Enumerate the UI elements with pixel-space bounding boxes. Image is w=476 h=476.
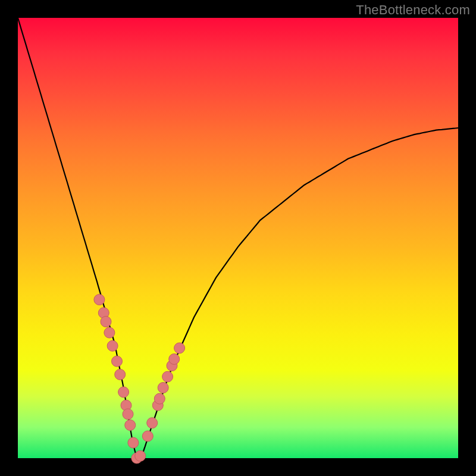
marker-point — [169, 354, 180, 365]
marker-point — [135, 450, 146, 461]
marker-point — [104, 327, 115, 338]
marker-point — [107, 340, 118, 351]
marker-point — [154, 393, 165, 404]
marker-point — [147, 418, 158, 428]
marker-point — [174, 343, 185, 353]
plot-area — [18, 18, 458, 458]
marker-point — [112, 356, 123, 367]
marker-point — [94, 295, 105, 305]
chart-frame: TheBottleneck.com — [0, 0, 476, 476]
marker-point — [128, 437, 139, 448]
bottleneck-curve — [18, 18, 458, 458]
watermark-text: TheBottleneck.com — [356, 2, 470, 18]
curve-layer — [18, 18, 458, 458]
marker-point — [118, 387, 129, 397]
marker-point — [162, 371, 173, 382]
marker-point — [142, 431, 153, 441]
marker-group — [94, 295, 185, 464]
marker-point — [125, 420, 136, 431]
marker-point — [115, 369, 126, 380]
marker-point — [158, 383, 168, 393]
marker-point — [101, 317, 111, 327]
marker-point — [123, 409, 133, 419]
